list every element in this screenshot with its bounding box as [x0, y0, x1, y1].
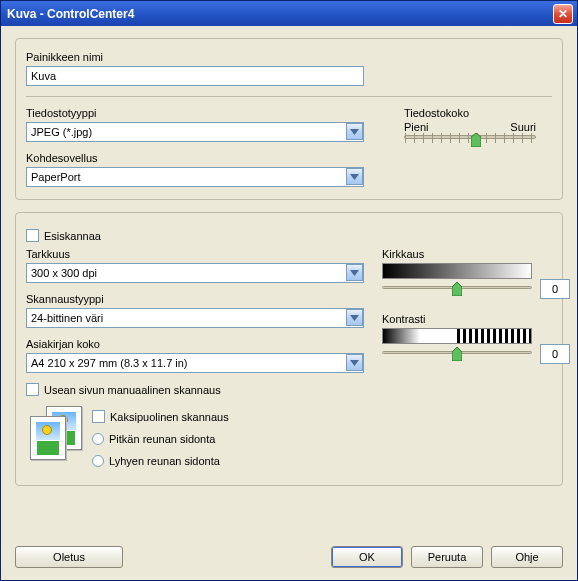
defaults-button-label: Oletus	[53, 551, 85, 563]
slider-thumb-icon	[452, 282, 462, 296]
svg-marker-4	[350, 315, 359, 321]
filesize-small-label: Pieni	[404, 121, 428, 133]
slider-thumb-icon	[452, 347, 462, 361]
button-name-label: Painikkeen nimi	[26, 51, 386, 63]
brightness-value: 0	[552, 283, 558, 295]
ok-button[interactable]: OK	[331, 546, 403, 568]
targetapp-label: Kohdesovellus	[26, 152, 386, 164]
shortedge-label: Lyhyen reunan sidonta	[109, 455, 220, 467]
prescan-label: Esiskannaa	[44, 230, 101, 242]
duplex-checkbox[interactable]	[92, 410, 105, 423]
docsize-label: Asiakirjan koko	[26, 338, 364, 350]
scantype-label: Skannaustyyppi	[26, 293, 364, 305]
longedge-radio[interactable]	[92, 433, 104, 445]
window-title: Kuva - ControlCenter4	[7, 7, 553, 21]
help-button[interactable]: Ohje	[491, 546, 563, 568]
slider-ticks	[405, 133, 535, 143]
filesize-slider[interactable]	[404, 135, 536, 139]
filesize-label: Tiedostokoko	[404, 107, 552, 119]
button-bar: Oletus OK Peruuta Ohje	[15, 546, 563, 568]
brightness-gradient-icon	[382, 263, 532, 279]
targetapp-combo[interactable]: PaperPort	[26, 167, 364, 187]
longedge-label: Pitkän reunan sidonta	[109, 433, 215, 445]
targetapp-value: PaperPort	[31, 171, 81, 183]
filetype-value: JPEG (*.jpg)	[31, 126, 92, 138]
file-settings-group: Painikkeen nimi Kuva Tiedostotyyppi JPEG…	[15, 38, 563, 200]
separator	[26, 96, 552, 97]
dialog-window: Kuva - ControlCenter4 ✕ Painikkeen nimi …	[0, 0, 578, 581]
filetype-combo[interactable]: JPEG (*.jpg)	[26, 122, 364, 142]
svg-marker-6	[452, 282, 462, 296]
close-icon: ✕	[558, 7, 568, 21]
close-button[interactable]: ✕	[553, 4, 573, 24]
chevron-down-icon	[346, 123, 363, 140]
svg-marker-2	[471, 133, 481, 147]
brightness-value-input[interactable]: 0	[540, 279, 570, 299]
cancel-button[interactable]: Peruuta	[411, 546, 483, 568]
filesize-large-label: Suuri	[510, 121, 536, 133]
contrast-label: Kontrasti	[382, 313, 570, 325]
contrast-gradient-icon	[382, 328, 532, 344]
brightness-label: Kirkkaus	[382, 248, 570, 260]
multipage-checkbox[interactable]	[26, 383, 39, 396]
svg-marker-1	[350, 174, 359, 180]
cancel-button-label: Peruuta	[428, 551, 467, 563]
ok-button-label: OK	[359, 551, 375, 563]
contrast-value-input[interactable]: 0	[540, 344, 570, 364]
defaults-button[interactable]: Oletus	[15, 546, 123, 568]
svg-marker-7	[452, 347, 462, 361]
docsize-value: A4 210 x 297 mm (8.3 x 11.7 in)	[31, 357, 188, 369]
multipage-label: Usean sivun manuaalinen skannaus	[44, 384, 221, 396]
contrast-value: 0	[552, 348, 558, 360]
filetype-label: Tiedostotyyppi	[26, 107, 386, 119]
docsize-combo[interactable]: A4 210 x 297 mm (8.3 x 11.7 in)	[26, 353, 364, 373]
resolution-label: Tarkkuus	[26, 248, 364, 260]
prescan-checkbox[interactable]	[26, 229, 39, 242]
resolution-combo[interactable]: 300 x 300 dpi	[26, 263, 364, 283]
client-area: Painikkeen nimi Kuva Tiedostotyyppi JPEG…	[1, 26, 577, 580]
chevron-down-icon	[346, 309, 363, 326]
shortedge-radio[interactable]	[92, 455, 104, 467]
duplex-label: Kaksipuolinen skannaus	[110, 411, 229, 423]
button-name-value: Kuva	[31, 70, 56, 82]
contrast-slider[interactable]	[382, 349, 532, 355]
brightness-slider[interactable]	[382, 284, 532, 290]
slider-thumb-icon	[471, 133, 481, 147]
help-button-label: Ohje	[515, 551, 538, 563]
chevron-down-icon	[346, 264, 363, 281]
svg-marker-0	[350, 129, 359, 135]
button-name-input[interactable]: Kuva	[26, 66, 364, 86]
duplex-preview-icon	[30, 406, 86, 462]
svg-marker-3	[350, 270, 359, 276]
titlebar: Kuva - ControlCenter4 ✕	[1, 1, 577, 26]
chevron-down-icon	[346, 168, 363, 185]
scantype-value: 24-bittinen väri	[31, 312, 103, 324]
chevron-down-icon	[346, 354, 363, 371]
scan-settings-group: Esiskannaa Tarkkuus 300 x 300 dpi Skanna…	[15, 212, 563, 486]
svg-marker-5	[350, 360, 359, 366]
resolution-value: 300 x 300 dpi	[31, 267, 97, 279]
scantype-combo[interactable]: 24-bittinen väri	[26, 308, 364, 328]
